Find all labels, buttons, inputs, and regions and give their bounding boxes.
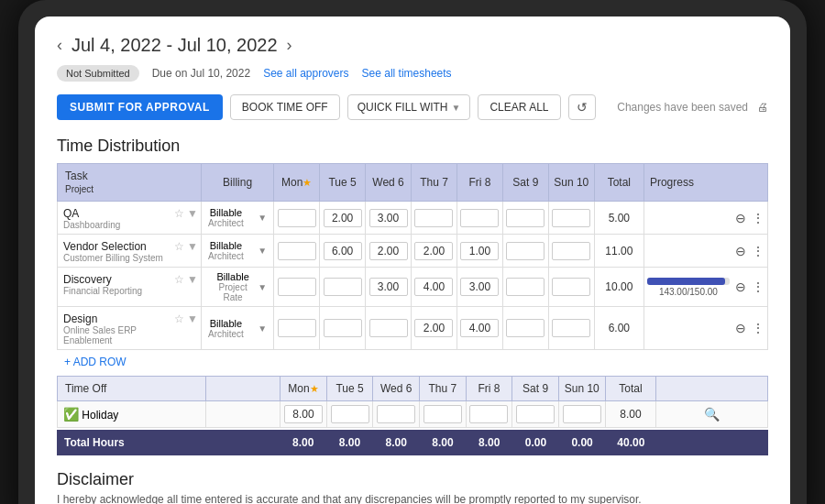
print-icon[interactable]: 🖨 — [757, 101, 768, 114]
sun-input-0[interactable] — [552, 209, 590, 227]
star-icon[interactable]: ☆ — [174, 240, 184, 253]
remove-button[interactable]: ⊖ — [735, 211, 746, 225]
sun-input-1[interactable] — [552, 242, 590, 260]
holiday-tue[interactable] — [326, 401, 373, 428]
sun-cell-2[interactable] — [548, 268, 594, 307]
tue-cell-1[interactable] — [320, 235, 366, 268]
mon-input-2[interactable] — [278, 278, 316, 296]
sat-input-1[interactable] — [506, 242, 544, 260]
thu-input-3[interactable] — [414, 319, 453, 337]
remove-button[interactable]: ⊖ — [735, 321, 746, 335]
fri-input-3[interactable] — [460, 319, 499, 337]
wed-input-1[interactable] — [369, 242, 408, 260]
mon-cell-2[interactable] — [274, 268, 320, 307]
chevron-down-icon[interactable]: ▼ — [187, 240, 198, 253]
wed-cell-1[interactable] — [366, 235, 412, 268]
holiday-fri[interactable] — [466, 401, 512, 428]
tue-cell-2[interactable] — [320, 268, 366, 307]
refresh-button[interactable]: ↺ — [568, 94, 596, 120]
mon-input-0[interactable] — [278, 209, 316, 227]
thu-input-2[interactable] — [414, 278, 453, 296]
fri-cell-0[interactable] — [456, 202, 502, 235]
quick-fill-button[interactable]: QUICK FILL WITH ▼ — [347, 94, 471, 120]
tue-input-1[interactable] — [324, 242, 362, 260]
wed-input-3[interactable] — [369, 319, 408, 337]
tue-cell-3[interactable] — [320, 307, 366, 350]
holiday-sun[interactable] — [558, 401, 605, 428]
tue-input-2[interactable] — [324, 278, 362, 296]
tue-cell-0[interactable] — [320, 202, 366, 235]
sat-cell-0[interactable] — [502, 202, 548, 235]
holiday-thu[interactable] — [420, 401, 467, 428]
sun-cell-3[interactable] — [548, 307, 594, 350]
book-time-off-button[interactable]: BOOK TIME OFF — [230, 94, 340, 120]
billing-chevron-icon[interactable]: ▼ — [258, 323, 267, 334]
see-approvers-link[interactable]: See all approvers — [263, 67, 348, 80]
sun-cell-0[interactable] — [548, 202, 594, 235]
chevron-down-icon[interactable]: ▼ — [187, 273, 198, 286]
holiday-search[interactable]: 🔍 — [656, 401, 768, 428]
wed-input-2[interactable] — [369, 278, 408, 296]
sat-input-3[interactable] — [506, 319, 544, 337]
wed-cell-0[interactable] — [366, 202, 412, 235]
thu-cell-0[interactable] — [412, 202, 457, 235]
wed-cell-3[interactable] — [366, 307, 412, 350]
fri-input-0[interactable] — [460, 209, 499, 227]
table-row: QA Dashboarding ☆ ▼ BillableArchitect▼5.… — [58, 202, 768, 235]
star-icon[interactable]: ☆ — [174, 312, 184, 325]
mon-input-1[interactable] — [278, 242, 316, 260]
fri-cell-3[interactable] — [456, 307, 502, 350]
holiday-mon[interactable] — [280, 401, 327, 428]
holiday-sat[interactable] — [512, 401, 559, 428]
sat-cell-1[interactable] — [502, 235, 548, 268]
submit-approval-button[interactable]: SUBMIT FOR APPROVAL — [57, 94, 223, 120]
fri-cell-2[interactable] — [456, 268, 502, 307]
star-icon[interactable]: ☆ — [174, 273, 184, 286]
chevron-down-icon[interactable]: ▼ — [187, 312, 198, 325]
sun-input-3[interactable] — [552, 319, 590, 337]
search-icon[interactable]: 🔍 — [704, 407, 720, 422]
star-icon[interactable]: ☆ — [174, 207, 184, 220]
thu-input-1[interactable] — [414, 242, 453, 260]
billing-chevron-icon[interactable]: ▼ — [258, 282, 267, 292]
mon-cell-0[interactable] — [274, 202, 320, 235]
mon-cell-1[interactable] — [274, 235, 320, 268]
kebab-menu-icon[interactable]: ⋮ — [752, 211, 764, 225]
sat-cell-2[interactable] — [502, 268, 548, 307]
fri-input-1[interactable] — [460, 242, 499, 260]
prev-date-arrow[interactable]: ‹ — [57, 36, 62, 55]
remove-button[interactable]: ⊖ — [735, 244, 746, 258]
task-cell-3: Design Online Sales ERP Enablement ☆ ▼ — [58, 307, 202, 350]
mon-input-3[interactable] — [278, 319, 316, 337]
thu-input-0[interactable] — [414, 209, 453, 227]
see-timesheets-link[interactable]: See all timesheets — [362, 67, 452, 80]
chevron-down-icon[interactable]: ▼ — [187, 207, 198, 220]
clear-all-button[interactable]: CLEAR ALL — [478, 94, 560, 120]
sun-cell-1[interactable] — [548, 235, 594, 268]
sun-input-2[interactable] — [552, 278, 590, 296]
add-row-link[interactable]: + ADD ROW — [57, 350, 134, 374]
kebab-menu-icon[interactable]: ⋮ — [752, 321, 764, 335]
wed-cell-2[interactable] — [366, 268, 412, 307]
kebab-menu-icon[interactable]: ⋮ — [752, 279, 764, 294]
wed-input-0[interactable] — [369, 209, 408, 227]
sat-input-2[interactable] — [506, 278, 544, 296]
tue-input-3[interactable] — [324, 319, 362, 337]
fri-input-2[interactable] — [460, 278, 499, 296]
holiday-wed[interactable] — [373, 401, 420, 428]
sat-cell-3[interactable] — [502, 307, 548, 350]
holiday-row: ✅ Holiday 8.00 🔍 — [58, 401, 768, 428]
thu-cell-2[interactable] — [412, 268, 457, 307]
thu-cell-3[interactable] — [412, 307, 457, 350]
billing-chevron-icon[interactable]: ▼ — [258, 213, 267, 223]
next-date-arrow[interactable]: › — [287, 36, 292, 55]
remove-button[interactable]: ⊖ — [735, 279, 746, 294]
kebab-menu-icon[interactable]: ⋮ — [752, 244, 764, 258]
mon-cell-3[interactable] — [274, 307, 320, 350]
fri-cell-1[interactable] — [456, 235, 502, 268]
sat-input-0[interactable] — [506, 209, 544, 227]
col-mon: Mon★ — [274, 164, 320, 202]
billing-chevron-icon[interactable]: ▼ — [258, 246, 267, 256]
tue-input-0[interactable] — [324, 209, 362, 227]
thu-cell-1[interactable] — [412, 235, 457, 268]
